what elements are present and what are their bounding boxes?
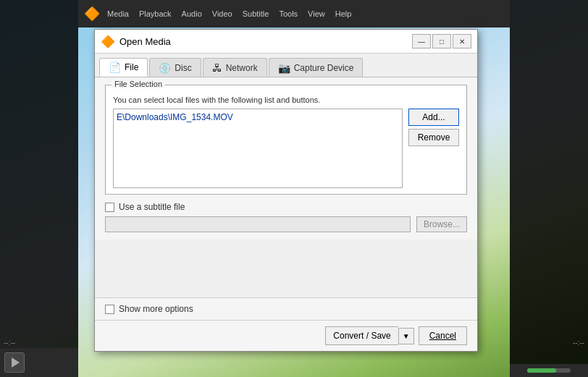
show-more-options-row: Show more options <box>95 297 477 320</box>
add-button[interactable]: Add... <box>408 109 459 126</box>
vlc-menu-help[interactable]: Help <box>331 7 356 20</box>
remove-button[interactable]: Remove <box>408 129 459 146</box>
dialog-icon: 🔶 <box>101 35 115 48</box>
time-elapsed: --:-- <box>4 339 15 347</box>
vlc-left-panel: --:-- <box>0 0 78 377</box>
subtitle-label: Use a subtitle file <box>119 202 185 212</box>
volume-bar[interactable] <box>527 368 571 373</box>
subtitle-checkbox[interactable] <box>105 203 114 212</box>
vlc-right-panel: --:-- <box>510 0 588 377</box>
vlc-menu-audio[interactable]: Audio <box>177 7 206 20</box>
subtitle-file-input[interactable] <box>105 216 411 232</box>
file-list-item[interactable]: E\Downloads\IMG_1534.MOV <box>117 112 399 122</box>
vlc-menu-media[interactable]: Media <box>103 7 133 20</box>
open-media-dialog: 🔶 Open Media — □ ✕ 📄 File 💿 Disc 🖧 Netwo… <box>94 29 478 352</box>
tab-capture-device[interactable]: 📷 Capture Device <box>269 58 364 77</box>
tab-network[interactable]: 🖧 Network <box>203 58 267 77</box>
volume-fill <box>527 368 556 373</box>
vlc-menu-playback[interactable]: Playback <box>135 7 176 20</box>
vlc-menu-bar: 🔶 Media Playback Audio Video Subtitle To… <box>78 0 510 27</box>
content-spacer <box>95 240 477 297</box>
capture-tab-label: Capture Device <box>294 63 354 73</box>
vlc-menu-subtitle[interactable]: Subtitle <box>238 7 274 20</box>
dialog-bottom-bar: Convert / Save ▼ Cancel <box>95 320 477 351</box>
file-tab-label: File <box>125 62 138 72</box>
close-button[interactable]: ✕ <box>453 34 471 48</box>
play-button[interactable] <box>4 352 25 373</box>
file-selection-description: You can select local files with the foll… <box>113 96 459 104</box>
file-tab-icon: 📄 <box>109 62 121 73</box>
vlc-bottom-controls-right <box>510 364 588 377</box>
window-controls: — □ ✕ <box>412 34 471 48</box>
vlc-bottom-controls-left <box>0 348 78 377</box>
minimize-button[interactable]: — <box>412 34 431 48</box>
tab-disc[interactable]: 💿 Disc <box>149 58 201 77</box>
show-more-label: Show more options <box>119 304 193 314</box>
vlc-menu-items: Media Playback Audio Video Subtitle Tool… <box>103 7 356 20</box>
network-tab-icon: 🖧 <box>212 62 222 74</box>
subtitle-file-row: Browse... <box>105 216 467 232</box>
convert-save-button[interactable]: Convert / Save <box>325 326 398 345</box>
play-icon <box>12 357 20 368</box>
convert-save-button-group: Convert / Save ▼ <box>325 326 413 345</box>
vlc-logo: 🔶 <box>84 6 100 22</box>
cancel-button[interactable]: Cancel <box>419 326 467 345</box>
disc-tab-label: Disc <box>175 63 191 73</box>
vlc-menu-view[interactable]: View <box>303 7 329 20</box>
dialog-title-bar: 🔶 Open Media — □ ✕ <box>95 30 477 54</box>
browse-button[interactable]: Browse... <box>416 216 467 232</box>
convert-save-dropdown[interactable]: ▼ <box>398 328 414 344</box>
dialog-content: File Selection You can select local file… <box>95 77 477 240</box>
capture-tab-icon: 📷 <box>278 62 290 74</box>
restore-button[interactable]: □ <box>432 34 451 48</box>
file-list-area: E\Downloads\IMG_1534.MOV Add... Remove <box>113 109 459 188</box>
vlc-menu-tools[interactable]: Tools <box>274 7 302 20</box>
file-selection-title: File Selection <box>112 80 165 88</box>
subtitle-checkbox-row: Use a subtitle file <box>105 202 467 212</box>
tab-file[interactable]: 📄 File <box>99 58 148 77</box>
dialog-title: Open Media <box>119 36 408 47</box>
network-tab-label: Network <box>226 63 258 73</box>
vlc-menu-video[interactable]: Video <box>208 7 237 20</box>
time-remaining: --:-- <box>573 339 584 347</box>
tabs-bar: 📄 File 💿 Disc 🖧 Network 📷 Capture Device <box>95 54 477 77</box>
file-action-buttons: Add... Remove <box>408 109 459 146</box>
disc-tab-icon: 💿 <box>159 62 171 74</box>
file-selection-group: File Selection You can select local file… <box>105 85 467 195</box>
show-more-checkbox[interactable] <box>105 305 114 314</box>
file-list-box[interactable]: E\Downloads\IMG_1534.MOV <box>113 109 403 188</box>
